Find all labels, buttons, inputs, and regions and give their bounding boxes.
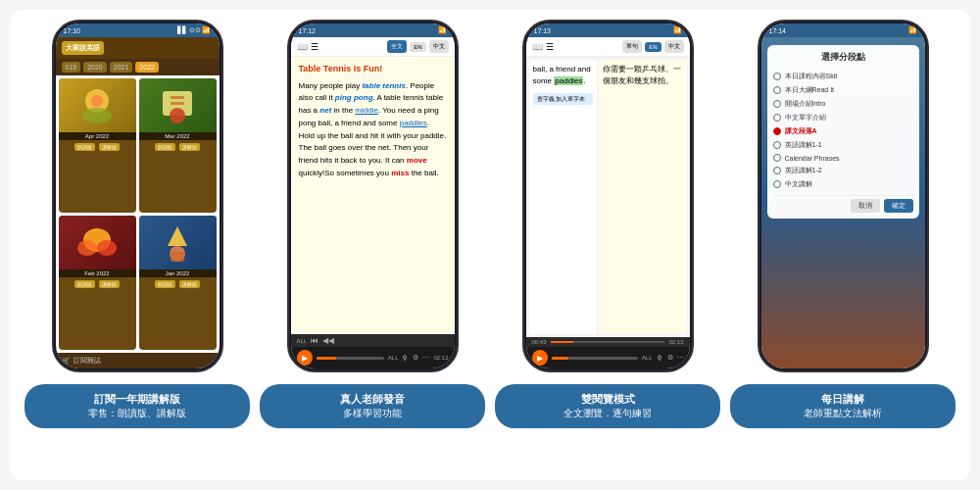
settings-icon[interactable]: ⚙ [413, 354, 418, 362]
svg-marker-10 [168, 226, 187, 246]
phone3-caption-line1: 雙閱覽模式 [510, 392, 706, 407]
more-icon-3[interactable]: ⋯ [677, 354, 684, 362]
mic-icon-3[interactable]: 🎙 [657, 355, 663, 362]
seek-bar[interactable] [551, 341, 665, 343]
radio-skit[interactable] [773, 73, 781, 80]
phone3: 17:13 📶 📖 ☰ 單句 EN 中文 ball, a friend and … [522, 20, 694, 372]
menu-item-cn-explain[interactable]: 中文講解 [773, 177, 913, 191]
mag-btn-reading-apr[interactable]: 朗讀版 [74, 143, 95, 151]
progress-bar[interactable] [317, 357, 384, 360]
magazine-grid: Apr 2022 朗讀版 講解版 [56, 75, 220, 353]
toolbar-btn-sentence[interactable]: 單句 [622, 40, 642, 53]
menu-item-calendar[interactable]: Calendar Phrases [773, 152, 913, 164]
menu-item-readit[interactable]: 本日大綱Read It [773, 83, 913, 97]
year-tab-2022[interactable]: 2022 [135, 62, 159, 73]
toolbar-btn-cn[interactable]: 中文 [429, 40, 449, 53]
mag-btn-reading-feb[interactable]: 朗讀版 [74, 280, 95, 288]
word-move: move [407, 156, 427, 165]
phone1-time: 17:10 [64, 27, 81, 34]
mag-cover-mar [139, 78, 217, 132]
phone3-caption: 雙閱覽模式 全文瀏覽．逐句練習 [495, 384, 720, 428]
menu-item-eng11[interactable]: 英語講解1-1 [773, 138, 913, 152]
chinese-text: 你需要一顆乒乓球、一個朋友和幾支球拍。 [603, 64, 682, 87]
radio-eng12[interactable] [773, 167, 781, 174]
mag-btn-reading-jan[interactable]: 朗讀版 [155, 280, 175, 288]
play-button[interactable]: ▶ [297, 350, 313, 366]
prev-icon[interactable]: ⏮ [311, 336, 318, 345]
mag-btn-explain-jan[interactable]: 講解版 [179, 280, 200, 288]
mag-label-apr: Apr 2022 [59, 132, 136, 140]
toolbar-btn-en-3[interactable]: EN [645, 42, 661, 52]
menu-label-skit: 本日課程內容Skit [785, 72, 838, 81]
mag-item-mar2022: Mar 2022 朗讀版 講解版 [139, 78, 217, 213]
word-net: net [319, 106, 331, 115]
radio-vocab[interactable] [773, 114, 781, 122]
menu-item-skit[interactable]: 本日課程內容Skit [773, 70, 913, 83]
toolbar-btn-full[interactable]: 全文 [387, 40, 407, 53]
mag-btn-explain-feb[interactable]: 講解版 [99, 280, 120, 288]
toolbar-book-icon: 📖 [297, 42, 308, 52]
mag-btn-explain-mar[interactable]: 講解版 [179, 143, 200, 151]
menu-title: 選擇分段點 [773, 51, 913, 64]
phone1-logo: 大家說英語 [62, 41, 104, 55]
dual-view: ball, a friend and some paddles. 查字義 加入單… [526, 57, 690, 337]
cancel-button[interactable]: 取消 [851, 199, 880, 213]
mag-item-feb2022: Feb 2022 朗讀版 講解版 [59, 216, 136, 350]
year-tab-019[interactable]: 019 [62, 62, 81, 73]
phone4-signal: 📶 [908, 26, 917, 34]
settings-icon-3[interactable]: ⚙ [667, 354, 673, 362]
progress-bar-3[interactable] [552, 357, 638, 360]
toolbar-btn-en[interactable]: EN [410, 42, 425, 52]
phone3-signal: 📶 [673, 26, 682, 34]
play-button-3[interactable]: ▶ [532, 350, 548, 366]
all-label-3: ALL [642, 355, 653, 361]
reading-text: Many people play table tennis. People al… [299, 80, 447, 180]
main-container: 17:10 ▋▋ ⊙⊙ 📶 大家說英語 019 2020 2021 2022 [10, 10, 970, 480]
phone1-header: 大家說英語 [56, 37, 220, 59]
phone1-caption-line1: 訂閱一年期講解版 [39, 392, 235, 407]
phone1-status-bar: 17:10 ▋▋ ⊙⊙ 📶 [56, 24, 220, 37]
more-icon[interactable]: ⋯ [422, 354, 429, 362]
all-label-2: ALL [388, 355, 399, 361]
end-time: 02:12 [668, 339, 683, 345]
phone3-toolbar: 📖 ☰ 單句 EN 中文 [526, 37, 690, 57]
menu-item-passage[interactable]: 課文段落A [773, 124, 913, 138]
radio-intro[interactable] [773, 100, 781, 108]
rewind-icon[interactable]: ◀◀ [322, 336, 334, 345]
radio-eng11[interactable] [773, 141, 781, 149]
subscribe-bar[interactable]: 🛒 訂閱雜誌 [56, 353, 220, 368]
phone2-wrapper: 17:12 📶 📖 ☰ 全文 EN 中文 Table Tennis Is Fun… [260, 20, 485, 470]
phone3-wrapper: 17:13 📶 📖 ☰ 單句 EN 中文 ball, a friend and … [495, 20, 720, 470]
speed-controls: ALL ⏮ ◀◀ [291, 334, 455, 347]
menu-item-eng12[interactable]: 英語講解1-2 [773, 164, 913, 177]
mag-illustration-feb [73, 219, 122, 268]
menu-label-readit: 本日大綱Read It [785, 85, 835, 95]
radio-cn-explain[interactable] [773, 180, 781, 188]
radio-readit[interactable] [773, 86, 781, 94]
year-tab-2020[interactable]: 2020 [83, 62, 107, 73]
confirm-button[interactable]: 確定 [884, 199, 913, 213]
phone1-caption: 訂閱一年期講解版 零售：朗讀版、講解版 [24, 384, 250, 428]
phone2-signal: 📶 [438, 26, 447, 34]
mic-icon[interactable]: 🎙 [402, 355, 409, 362]
menu-buttons: 取消 確定 [773, 195, 913, 213]
radio-passage[interactable] [773, 127, 781, 135]
mag-illustration-apr [73, 81, 122, 130]
word-miss: miss [391, 169, 409, 177]
radio-calendar[interactable] [773, 154, 781, 162]
toolbar-btn-cn-3[interactable]: 中文 [664, 40, 684, 53]
phone4-time: 17:14 [769, 27, 787, 34]
phone4-screen: 17:14 📶 選擇分段點 本日課程內容Skit 本日大綱Re [761, 24, 925, 368]
svg-point-8 [77, 240, 97, 256]
year-tab-2021[interactable]: 2021 [110, 62, 133, 73]
progress-fill-3 [552, 357, 569, 360]
menu-label-eng12: 英語講解1-2 [785, 166, 822, 175]
mag-item-apr2022: Apr 2022 朗讀版 講解版 [59, 78, 136, 213]
svg-rect-6 [171, 102, 184, 105]
svg-rect-5 [171, 96, 184, 99]
mag-btn-reading-mar[interactable]: 朗讀版 [155, 143, 175, 151]
menu-item-vocab[interactable]: 中文單字介紹 [773, 111, 913, 124]
mag-btn-explain-apr[interactable]: 講解版 [99, 143, 120, 151]
phone3-status-bar: 17:13 📶 [526, 24, 690, 37]
menu-item-intro[interactable]: 開場介紹Intro [773, 97, 913, 111]
